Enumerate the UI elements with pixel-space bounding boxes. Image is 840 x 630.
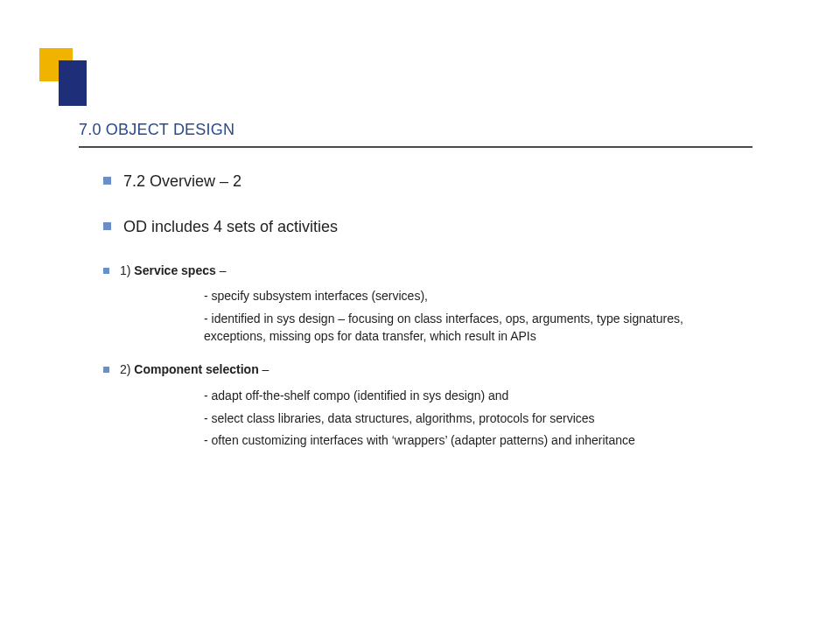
bullet-icon xyxy=(103,177,111,185)
bullet-item-2: 2) Component selection – xyxy=(103,361,770,378)
item2-sub3: - often customizing interfaces with ‘wra… xyxy=(204,431,738,449)
bullet-text: OD includes 4 sets of activities xyxy=(123,216,338,237)
item1-bold: Service specs xyxy=(134,263,215,277)
bullet-activities: OD includes 4 sets of activities xyxy=(103,216,770,237)
bullet-icon xyxy=(103,367,109,373)
item2-bold: Component selection xyxy=(134,362,258,376)
corner-decoration xyxy=(39,48,92,101)
title-area: 7.0 OBJECT DESIGN xyxy=(79,121,770,148)
bullet-icon xyxy=(103,222,111,230)
title-underline xyxy=(79,146,752,148)
item1-prefix: 1) xyxy=(120,263,134,277)
item2-suffix: – xyxy=(259,362,270,376)
bullet-item-1: 1) Service specs – xyxy=(103,262,770,279)
item2-prefix: 2) xyxy=(120,362,134,376)
bullet-icon xyxy=(103,268,109,274)
bullet-text: 1) Service specs – xyxy=(120,262,226,279)
bullet-text: 2) Component selection – xyxy=(120,361,269,378)
item2-sub1: - adapt off-the-shelf compo (identified … xyxy=(204,387,738,404)
item1-suffix: – xyxy=(216,263,227,277)
item2-sub2: - select class libraries, data structure… xyxy=(204,410,738,427)
slide: 7.0 OBJECT DESIGN 7.2 Overview – 2 OD in… xyxy=(0,0,840,630)
bullet-text: 7.2 Overview – 2 xyxy=(123,171,242,192)
content-area: 7.2 Overview – 2 OD includes 4 sets of a… xyxy=(103,171,770,453)
item1-sub1: - specify subsystem interfaces (services… xyxy=(204,287,738,304)
item1-sub2: - identified in sys design – focusing on… xyxy=(204,310,738,346)
bullet-overview: 7.2 Overview – 2 xyxy=(103,171,770,192)
spacer xyxy=(103,349,770,361)
slide-title: 7.0 OBJECT DESIGN xyxy=(79,121,770,146)
deco-blue-rect xyxy=(59,60,87,106)
